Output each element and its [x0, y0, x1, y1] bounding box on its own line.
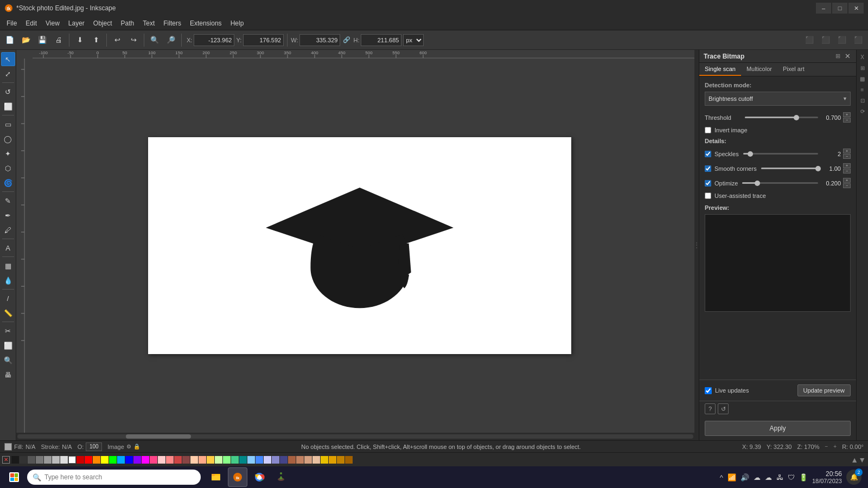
optimize-label[interactable]: Optimize: [714, 180, 738, 187]
optimize-checkbox[interactable]: [705, 180, 711, 187]
volume-icon[interactable]: 🔊: [741, 473, 749, 481]
color-swatch[interactable]: [321, 456, 328, 464]
spiral-tool[interactable]: 🌀: [1, 176, 15, 190]
speckles-decrement-button[interactable]: −: [843, 154, 851, 159]
scrollbar-track[interactable]: [17, 434, 693, 439]
align-right-button[interactable]: ⬛: [834, 33, 850, 48]
color-swatch[interactable]: [239, 456, 247, 464]
color-swatch[interactable]: [158, 456, 165, 464]
maximize-button[interactable]: □: [832, 3, 847, 14]
color-swatch[interactable]: [288, 456, 296, 464]
color-swatch[interactable]: [223, 456, 231, 464]
speckles-slider[interactable]: [743, 153, 818, 155]
color-swatch[interactable]: [150, 456, 157, 464]
menu-help[interactable]: Help: [226, 18, 248, 29]
aspect-lock-button[interactable]: 🔗: [342, 34, 352, 46]
select-tool[interactable]: ↖: [1, 52, 15, 66]
node-tool[interactable]: ⤢: [1, 67, 15, 81]
mode-settings-button[interactable]: ⚙: [126, 444, 131, 450]
color-swatch[interactable]: [182, 456, 190, 464]
color-swatch[interactable]: [93, 456, 100, 464]
color-swatch[interactable]: [280, 456, 288, 464]
color-swatch[interactable]: [109, 456, 117, 464]
taskbar-inkscape-button[interactable]: Ik: [228, 467, 247, 487]
menu-text[interactable]: Text: [138, 18, 159, 29]
speckles-slider-thumb[interactable]: [748, 151, 753, 157]
color-swatch[interactable]: [304, 456, 312, 464]
update-preview-button[interactable]: Update preview: [797, 384, 851, 396]
color-swatch[interactable]: [36, 456, 43, 464]
color-swatch[interactable]: [256, 456, 263, 464]
menu-filters[interactable]: Filters: [159, 18, 186, 29]
threshold-slider[interactable]: [745, 117, 818, 118]
zoom-in-button[interactable]: 🔍: [147, 33, 162, 48]
menu-view[interactable]: View: [41, 18, 64, 29]
system-tray-arrow[interactable]: ^: [720, 473, 723, 481]
color-swatch[interactable]: [190, 456, 198, 464]
y-input[interactable]: [243, 34, 284, 46]
3d-box-tool[interactable]: ⬡: [1, 161, 15, 175]
taskbar-clock[interactable]: 20:56 18/07/2023: [812, 470, 842, 484]
color-swatch[interactable]: [207, 456, 214, 464]
canvas-scroll-area[interactable]: [25, 59, 694, 433]
opacity-input[interactable]: [86, 442, 102, 451]
color-swatch[interactable]: [272, 456, 279, 464]
color-swatch[interactable]: [231, 456, 239, 464]
reset-button[interactable]: ↺: [718, 403, 729, 414]
palette-scroll-up-button[interactable]: ▲: [851, 455, 858, 464]
lpe-tool[interactable]: 🖶: [1, 368, 15, 382]
color-swatch[interactable]: [101, 456, 108, 464]
new-button[interactable]: 📄: [2, 33, 17, 48]
calligraphy-tool[interactable]: 🖊: [1, 223, 15, 237]
optimize-slider-thumb[interactable]: [755, 181, 760, 186]
pen-tool[interactable]: ✒: [1, 208, 15, 222]
h-input[interactable]: [361, 34, 401, 46]
save-button[interactable]: 💾: [35, 33, 50, 48]
x-input[interactable]: [194, 34, 234, 46]
layers-button[interactable]: ≡: [858, 85, 867, 94]
color-swatch[interactable]: [20, 456, 27, 464]
apply-button[interactable]: Apply: [705, 421, 851, 436]
print-button[interactable]: 🖨: [51, 33, 66, 48]
connector-tool[interactable]: /: [1, 291, 15, 305]
menu-file[interactable]: File: [2, 18, 21, 29]
color-swatch[interactable]: [85, 456, 92, 464]
color-swatch[interactable]: [11, 456, 19, 464]
panel-resizer[interactable]: [694, 50, 699, 440]
menu-extensions[interactable]: Extensions: [186, 18, 226, 29]
palette-scroll-down-button[interactable]: ▼: [858, 455, 866, 464]
color-swatch[interactable]: [174, 456, 182, 464]
optimize-decrement-button[interactable]: −: [843, 183, 851, 188]
color-swatch[interactable]: [247, 456, 255, 464]
live-updates-checkbox[interactable]: [705, 387, 712, 394]
export-button[interactable]: ⬆: [88, 33, 104, 48]
speckles-checkbox[interactable]: [705, 151, 711, 157]
network-icon[interactable]: 📶: [727, 473, 736, 481]
spray-tool[interactable]: ✂: [1, 324, 15, 338]
smooth-corners-checkbox[interactable]: [705, 165, 711, 172]
color-swatch[interactable]: [125, 456, 133, 464]
battery-icon[interactable]: 🔋: [799, 473, 808, 481]
align-button[interactable]: ⊡: [858, 95, 867, 105]
color-swatch[interactable]: [117, 456, 125, 464]
optimize-slider[interactable]: [742, 182, 818, 184]
no-fill-swatch[interactable]: ✕: [2, 456, 10, 464]
mode-lock-button[interactable]: 🔒: [133, 444, 140, 450]
color-swatch[interactable]: [337, 456, 344, 464]
cloud-icon[interactable]: ☁: [754, 473, 761, 481]
live-updates-label[interactable]: Live updates: [715, 387, 749, 394]
menu-path[interactable]: Path: [117, 18, 139, 29]
panel-collapse-button[interactable]: ⊞: [834, 52, 841, 60]
taskbar-search-input[interactable]: [44, 473, 195, 481]
network2-icon[interactable]: 🖧: [776, 473, 783, 481]
zoom-out-button[interactable]: 🔎: [163, 33, 178, 48]
user-assisted-checkbox[interactable]: [705, 192, 711, 199]
invert-image-label[interactable]: Invert image: [714, 127, 748, 133]
invert-image-checkbox[interactable]: [705, 127, 711, 133]
align-left-button[interactable]: ⬛: [802, 33, 817, 48]
tab-single-scan[interactable]: Single scan: [699, 63, 741, 76]
speckles-increment-button[interactable]: +: [843, 149, 851, 153]
threshold-increment-button[interactable]: +: [843, 112, 851, 117]
scrollbar-thumb[interactable]: [126, 434, 191, 439]
color-swatch[interactable]: [215, 456, 222, 464]
